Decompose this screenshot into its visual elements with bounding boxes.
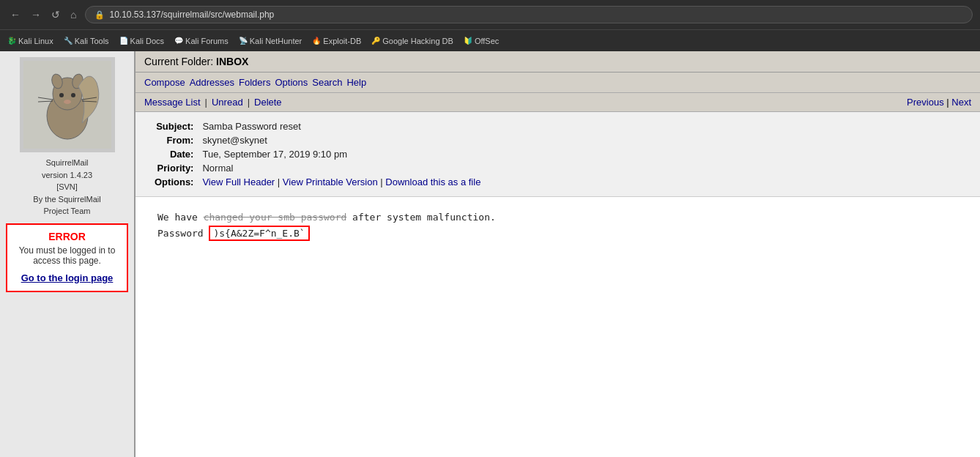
login-link[interactable]: Go to the login page — [13, 272, 121, 285]
bookmarks-bar: 🐉 Kali Linux 🔧 Kali Tools 📄 Kali Docs 💬 … — [0, 29, 980, 51]
bookmark-label: Kali NetHunter — [250, 37, 302, 45]
help-link[interactable]: Help — [346, 77, 366, 88]
refresh-button[interactable]: ↺ — [48, 7, 63, 22]
address-bar[interactable]: 🔒 10.10.53.137/squirrelmail/src/webmail.… — [85, 6, 973, 23]
email-priority-row: Priority: Normal — [150, 161, 485, 175]
main-content: Current Folder: INBOX Compose Addresses … — [136, 51, 980, 457]
bookmark-label: Kali Linux — [18, 37, 53, 45]
bookmark-kali-tools[interactable]: 🔧 Kali Tools — [64, 37, 109, 45]
error-title: ERROR — [13, 231, 121, 242]
subject-value: Samba Password reset — [198, 119, 485, 133]
from-label: From: — [150, 133, 198, 147]
lock-icon: 🔒 — [94, 10, 105, 20]
message-list-link[interactable]: Message List — [144, 97, 201, 108]
error-box: ERROR You must be logged in to access th… — [6, 223, 128, 292]
bookmark-google-hacking[interactable]: 🔑 Google Hacking DB — [371, 37, 453, 45]
addresses-link[interactable]: Addresses — [190, 77, 234, 88]
bookmark-kali-nethunter[interactable]: 📡 Kali NetHunter — [239, 37, 302, 45]
password-value: )s{A&2Z=F^n_E.B` — [209, 226, 309, 241]
kali-tools-icon: 🔧 — [64, 37, 73, 45]
offsec-icon: 🔰 — [464, 37, 472, 45]
email-body: We have changed your smb password after … — [136, 197, 980, 457]
view-printable-link[interactable]: View Printable Version — [283, 177, 378, 187]
options-sep1: | — [278, 177, 283, 187]
kali-forums-icon: 💬 — [174, 37, 183, 45]
msg-action-left: Message List | Unread | Delete — [144, 97, 282, 108]
bookmark-label: Kali Docs — [130, 37, 164, 45]
options-value: View Full Header | View Printable Versio… — [198, 175, 485, 189]
email-line2: Password )s{A&2Z=F^n_E.B` — [157, 226, 958, 241]
bookmark-exploit-db[interactable]: 🔥 Exploit-DB — [312, 37, 361, 45]
email-line1: We have changed your smb password after … — [157, 212, 958, 223]
sep2: | — [248, 97, 250, 108]
line1-post: after system malfunction. — [346, 212, 496, 223]
email-date-row: Date: Tue, September 17, 2019 9:10 pm — [150, 147, 485, 161]
kali-nethunter-icon: 📡 — [239, 37, 248, 45]
email-header: Subject: Samba Password reset From: skyn… — [136, 112, 980, 197]
bookmark-kali-forums[interactable]: 💬 Kali Forums — [174, 37, 229, 45]
email-options-row: Options: View Full Header | View Printab… — [150, 175, 485, 189]
bookmark-label: Exploit-DB — [323, 37, 361, 45]
options-link[interactable]: Options — [275, 77, 308, 88]
error-text: You must be logged in to access this pag… — [13, 245, 121, 266]
squirrel-image — [20, 57, 115, 152]
line2-pre: Password — [157, 228, 209, 239]
from-value: skynet@skynet — [198, 133, 485, 147]
previous-link[interactable]: Previous — [907, 97, 944, 108]
kali-docs-icon: 📄 — [119, 37, 128, 45]
home-button[interactable]: ⌂ — [67, 7, 79, 22]
line1-pre: We have — [157, 212, 204, 223]
svg-point-7 — [64, 100, 71, 104]
sidebar-version: SquirrelMailversion 1.4.23[SVN]By the Sq… — [33, 157, 100, 218]
browser-chrome: ← → ↺ ⌂ 🔒 10.10.53.137/squirrelmail/src/… — [0, 0, 980, 29]
exploit-db-icon: 🔥 — [312, 37, 321, 45]
bookmark-kali-docs[interactable]: 📄 Kali Docs — [119, 37, 164, 45]
folder-name: INBOX — [216, 56, 248, 67]
folder-header: Current Folder: INBOX — [136, 51, 980, 73]
download-link[interactable]: Download this as a file — [385, 177, 480, 187]
email-header-table: Subject: Samba Password reset From: skyn… — [150, 119, 485, 189]
back-button[interactable]: ← — [7, 7, 23, 22]
priority-label: Priority: — [150, 161, 198, 175]
email-from-row: From: skynet@skynet — [150, 133, 485, 147]
view-full-header-link[interactable]: View Full Header — [202, 177, 275, 187]
unread-link[interactable]: Unread — [212, 97, 243, 108]
nav-buttons: ← → ↺ ⌂ — [7, 7, 79, 22]
date-value: Tue, September 17, 2019 9:10 pm — [198, 147, 485, 161]
subject-label: Subject: — [150, 119, 198, 133]
delete-link[interactable]: Delete — [254, 97, 282, 108]
search-link[interactable]: Search — [312, 77, 342, 88]
url-text: 10.10.53.137/squirrelmail/src/webmail.ph… — [109, 10, 274, 20]
bookmark-label: OffSec — [475, 37, 499, 45]
msg-action-right: Previous | Next — [907, 97, 971, 108]
bookmark-label: Kali Tools — [75, 37, 109, 45]
google-hacking-icon: 🔑 — [371, 37, 380, 45]
compose-link[interactable]: Compose — [144, 77, 185, 88]
sep1: | — [205, 97, 207, 108]
msg-action-bar: Message List | Unread | Delete Previous … — [136, 93, 980, 112]
bookmark-label: Kali Forums — [185, 37, 229, 45]
date-label: Date: — [150, 147, 198, 161]
nav-links: Compose Addresses Folders Options Search… — [136, 73, 980, 93]
folder-label: Current Folder: — [144, 56, 213, 67]
sidebar: SquirrelMailversion 1.4.23[SVN]By the Sq… — [0, 51, 136, 457]
forward-button[interactable]: → — [28, 7, 44, 22]
page-wrapper: SquirrelMailversion 1.4.23[SVN]By the Sq… — [0, 51, 980, 457]
options-label: Options: — [150, 175, 198, 189]
next-link[interactable]: Next — [951, 97, 971, 108]
bookmark-label: Google Hacking DB — [382, 37, 453, 45]
bookmark-kali-linux[interactable]: 🐉 Kali Linux — [7, 37, 53, 45]
priority-value: Normal — [198, 161, 485, 175]
bookmark-offsec[interactable]: 🔰 OffSec — [464, 37, 499, 45]
folders-link[interactable]: Folders — [239, 77, 270, 88]
svg-point-5 — [59, 93, 64, 97]
svg-point-6 — [71, 93, 75, 97]
line1-strikethrough: changed your smb password — [204, 212, 347, 223]
kali-linux-icon: 🐉 — [7, 37, 16, 45]
email-subject-row: Subject: Samba Password reset — [150, 119, 485, 133]
